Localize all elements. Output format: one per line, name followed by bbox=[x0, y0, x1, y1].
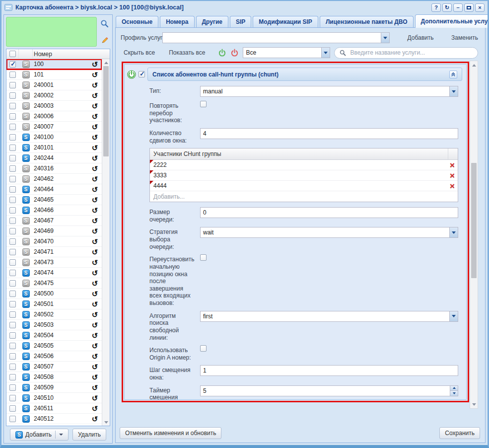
subscriber-row[interactable]: S240508↺ bbox=[6, 372, 102, 382]
search-button[interactable] bbox=[99, 18, 109, 28]
row-checkbox[interactable] bbox=[9, 364, 16, 370]
cancel-and-refresh-button[interactable]: Отменить изменения и обновить bbox=[120, 427, 221, 439]
subscriber-row[interactable]: S240100↺ bbox=[6, 132, 102, 143]
history-icon[interactable]: ↺ bbox=[92, 92, 98, 99]
subscriber-row[interactable]: S240002↺ bbox=[6, 90, 102, 101]
row-checkbox[interactable] bbox=[9, 61, 16, 68]
subscriber-row[interactable]: S240509↺ bbox=[6, 382, 102, 393]
tab-7[interactable]: Дополнительные услуги bbox=[415, 14, 489, 28]
service-profile-input[interactable] bbox=[163, 33, 389, 43]
window-shift-step-input[interactable] bbox=[200, 365, 458, 376]
maximize-button[interactable] bbox=[464, 3, 474, 12]
history-icon[interactable]: ↺ bbox=[92, 426, 98, 426]
line-search-algorithm-combo[interactable] bbox=[200, 311, 458, 322]
hide-all-button[interactable]: Скрыть все bbox=[124, 49, 155, 56]
service-filter-value[interactable] bbox=[243, 48, 330, 58]
history-icon[interactable]: ↺ bbox=[92, 269, 98, 277]
row-checkbox[interactable] bbox=[9, 395, 16, 401]
subscriber-row[interactable]: S240001↺ bbox=[6, 80, 102, 90]
history-icon[interactable]: ↺ bbox=[92, 405, 98, 412]
queue-size-input[interactable] bbox=[200, 207, 458, 218]
combo-trigger[interactable] bbox=[321, 48, 330, 58]
subscriber-row[interactable]: S240503↺ bbox=[6, 320, 102, 330]
subscriber-row[interactable]: S240462↺ bbox=[6, 174, 102, 184]
sidebar-scrollbar[interactable] bbox=[102, 59, 110, 426]
row-checkbox[interactable] bbox=[9, 353, 16, 360]
history-icon[interactable]: ↺ bbox=[92, 144, 98, 151]
window-shifts-input[interactable] bbox=[200, 128, 458, 139]
subscriber-row[interactable]: S240469↺ bbox=[6, 226, 102, 236]
subscriber-row[interactable]: S240244↺ bbox=[6, 153, 102, 163]
scroll-down-icon[interactable] bbox=[470, 401, 478, 408]
row-checkbox[interactable] bbox=[9, 72, 16, 78]
service-titlebar[interactable]: Список абонентов call-hunt группы (chunt… bbox=[147, 68, 462, 81]
row-checkbox[interactable] bbox=[9, 374, 16, 380]
subscriber-row[interactable]: S240513↺ bbox=[6, 424, 102, 426]
history-icon[interactable]: ↺ bbox=[92, 207, 98, 214]
row-checkbox[interactable] bbox=[9, 207, 16, 214]
row-checkbox[interactable] bbox=[9, 134, 16, 141]
history-icon[interactable]: ↺ bbox=[92, 81, 98, 89]
subscriber-row[interactable]: S240501↺ bbox=[6, 299, 102, 309]
row-checkbox[interactable] bbox=[9, 155, 16, 161]
row-checkbox[interactable] bbox=[9, 238, 16, 245]
subscriber-row[interactable]: S240465↺ bbox=[6, 195, 102, 205]
service-filter-combo[interactable] bbox=[243, 47, 330, 58]
history-icon[interactable]: ↺ bbox=[92, 290, 98, 298]
history-icon[interactable]: ↺ bbox=[92, 384, 98, 391]
scrollbar-thumb[interactable] bbox=[103, 66, 109, 156]
line-search-algorithm-value[interactable] bbox=[201, 311, 458, 321]
row-checkbox[interactable] bbox=[9, 186, 16, 193]
row-checkbox[interactable] bbox=[9, 311, 16, 318]
service-search-field[interactable] bbox=[334, 47, 478, 59]
subscriber-row[interactable]: S240512↺ bbox=[6, 414, 102, 424]
collapse-button[interactable] bbox=[449, 71, 457, 78]
spinner-down-icon[interactable] bbox=[450, 391, 458, 396]
history-icon[interactable]: ↺ bbox=[92, 394, 98, 402]
use-origin-a-checkbox[interactable] bbox=[200, 345, 207, 352]
combo-trigger[interactable] bbox=[381, 33, 389, 43]
subscriber-row[interactable]: S240101↺ bbox=[6, 143, 102, 153]
subscriber-row[interactable]: S240464↺ bbox=[6, 184, 102, 195]
minimize-button[interactable]: – bbox=[453, 3, 463, 12]
row-checkbox[interactable] bbox=[9, 416, 16, 422]
history-icon[interactable]: ↺ bbox=[92, 415, 98, 423]
queue-strategy-combo[interactable] bbox=[200, 227, 458, 238]
row-checkbox[interactable] bbox=[9, 280, 16, 287]
select-all-checkbox[interactable] bbox=[9, 51, 16, 57]
row-checkbox[interactable] bbox=[9, 176, 16, 182]
member-row[interactable]: 2222× bbox=[150, 160, 458, 170]
subscriber-row[interactable]: S240506↺ bbox=[6, 351, 102, 362]
add-subscriber-button[interactable]: S Добавить bbox=[10, 429, 69, 441]
service-power-icon[interactable] bbox=[127, 70, 136, 79]
member-row[interactable]: 3333× bbox=[150, 170, 458, 181]
subscriber-row[interactable]: S240473↺ bbox=[6, 257, 102, 268]
row-checkbox[interactable] bbox=[9, 145, 16, 151]
subscriber-row[interactable]: S240500↺ bbox=[6, 289, 102, 299]
sidebar-search-input[interactable] bbox=[6, 17, 97, 47]
history-icon[interactable]: ↺ bbox=[92, 71, 98, 78]
row-checkbox[interactable] bbox=[9, 165, 16, 172]
row-checkbox[interactable] bbox=[9, 301, 16, 307]
history-icon[interactable]: ↺ bbox=[92, 227, 98, 235]
help-button[interactable]: ? bbox=[431, 3, 441, 12]
tab-5[interactable]: Модификации SIP bbox=[253, 16, 318, 28]
member-add-row[interactable]: Добавить... bbox=[150, 191, 458, 202]
history-icon[interactable]: ↺ bbox=[92, 280, 98, 287]
subscriber-row[interactable]: S240474↺ bbox=[6, 268, 102, 278]
row-checkbox[interactable] bbox=[9, 197, 16, 203]
history-icon[interactable]: ↺ bbox=[92, 186, 98, 193]
subscriber-row[interactable]: S240466↺ bbox=[6, 205, 102, 216]
row-checkbox[interactable] bbox=[9, 259, 16, 266]
row-checkbox[interactable] bbox=[9, 92, 16, 99]
service-profile-combo[interactable] bbox=[162, 32, 390, 43]
row-checkbox[interactable] bbox=[9, 218, 16, 224]
scroll-down-icon[interactable] bbox=[102, 419, 110, 426]
row-checkbox[interactable] bbox=[9, 124, 16, 130]
enable-all-icon[interactable] bbox=[218, 49, 226, 57]
tab-1[interactable]: Основные bbox=[116, 16, 158, 28]
tab-2[interactable]: Номера bbox=[160, 16, 194, 28]
profile-replace-button[interactable]: Заменить bbox=[451, 34, 478, 41]
delete-member-icon[interactable]: × bbox=[450, 171, 455, 180]
save-button[interactable]: Сохранить bbox=[439, 427, 480, 439]
